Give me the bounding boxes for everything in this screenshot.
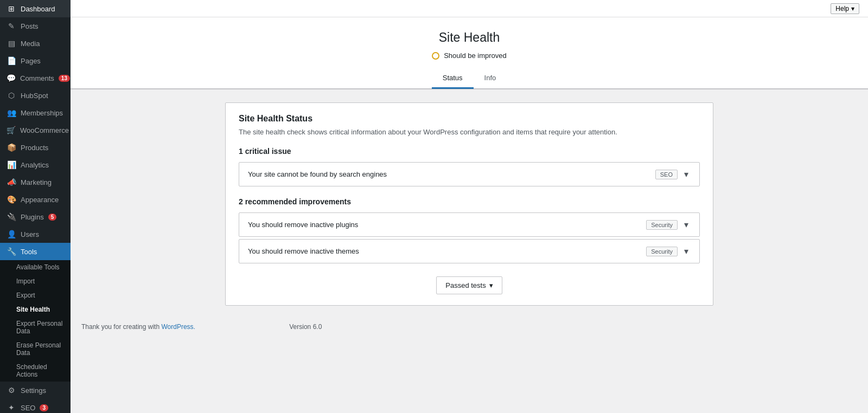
sidebar-item-pages[interactable]: 📄 Pages (0, 52, 71, 69)
header-section: Site Health Should be improved Status In… (71, 17, 868, 89)
passed-tests-button[interactable]: Passed tests ▾ (436, 276, 502, 294)
sidebar-item-analytics[interactable]: 📊 Analytics (0, 156, 71, 173)
tab-info[interactable]: Info (474, 68, 507, 89)
sub-item-export-personal-data[interactable]: Export Personal Data (0, 317, 71, 338)
appearance-icon: 🎨 (7, 195, 16, 204)
sidebar-item-memberships[interactable]: 👥 Memberships (0, 104, 71, 121)
card-description: The site health check shows critical inf… (239, 128, 700, 136)
recommended-issue-1: You should remove inactive plugins Secur… (239, 212, 700, 237)
critical-issue-right: SEO ▾ (655, 169, 691, 179)
comments-badge: 13 (59, 75, 70, 82)
recommended-issue-2-expand-button[interactable]: ▾ (682, 246, 691, 256)
critical-issue-expand-button[interactable]: ▾ (682, 169, 691, 179)
sub-item-import[interactable]: Import (0, 274, 71, 288)
memberships-icon: 👥 (7, 108, 16, 117)
sidebar-item-comments[interactable]: 💬 Comments 13 (0, 69, 71, 87)
recommended-issue-1-tag: Security (646, 220, 678, 230)
passed-tests-section: Passed tests ▾ (239, 276, 700, 294)
sidebar-item-appearance[interactable]: 🎨 Appearance (0, 191, 71, 208)
posts-icon: ✎ (7, 22, 16, 30)
help-arrow-icon: ▾ (851, 5, 854, 12)
critical-issue-1: Your site cannot be found by search engi… (239, 162, 700, 186)
recommended-issue-2-tag: Security (646, 247, 678, 256)
tabs: Status Info (71, 68, 868, 89)
help-button[interactable]: Help ▾ (831, 3, 859, 14)
status-circle (432, 52, 439, 60)
sidebar-item-tools[interactable]: 🔧 Tools (0, 243, 71, 260)
sidebar-item-label: Comments (20, 74, 54, 82)
tab-status[interactable]: Status (432, 68, 474, 89)
page-title: Site Health (225, 30, 713, 45)
sidebar-item-media[interactable]: ▤ Media (0, 35, 71, 52)
help-label: Help (835, 5, 849, 12)
sidebar-item-dashboard[interactable]: ⊞ Dashboard (0, 0, 71, 17)
sidebar-item-posts[interactable]: ✎ Posts (0, 17, 71, 35)
tools-icon: 🔧 (7, 247, 16, 256)
sidebar-item-marketing[interactable]: 📣 Marketing (0, 173, 71, 191)
footer-link[interactable]: WordPress. (161, 323, 195, 331)
recommended-section: 2 recommended improvements You should re… (239, 197, 700, 263)
pages-icon: 📄 (7, 56, 16, 65)
footer: Thank you for creating with WordPress. V… (71, 319, 868, 335)
sidebar-item-plugins[interactable]: 🔌 Plugins 5 (0, 208, 71, 225)
recommended-issue-2: You should remove inactive themes Securi… (239, 239, 700, 263)
media-icon: ▤ (7, 39, 16, 48)
topbar: Help ▾ (71, 0, 868, 17)
sub-item-site-health[interactable]: Site Health (0, 302, 71, 317)
critical-issues-heading: 1 critical issue (239, 147, 700, 156)
sidebar-item-label: Appearance (21, 196, 59, 204)
dashboard-icon: ⊞ (7, 4, 16, 13)
recommended-issue-2-right: Security ▾ (646, 246, 691, 256)
seo-icon: ✦ (7, 403, 16, 412)
products-icon: 📦 (7, 143, 16, 152)
analytics-icon: 📊 (7, 160, 16, 169)
sidebar-item-label: Marketing (21, 178, 52, 186)
sidebar-item-label: Analytics (21, 161, 49, 169)
content-wrapper: Site Health Status The site health check… (71, 89, 868, 319)
sub-item-erase-personal-data[interactable]: Erase Personal Data (0, 338, 71, 360)
sidebar-item-label: HubSpot (21, 92, 48, 100)
critical-issue-tag: SEO (655, 170, 678, 179)
settings-icon: ⚙ (7, 386, 16, 395)
recommended-issue-2-text: You should remove inactive themes (248, 247, 359, 255)
passed-tests-arrow-icon: ▾ (489, 281, 493, 289)
recommended-heading: 2 recommended improvements (239, 197, 700, 206)
plugins-icon: 🔌 (7, 212, 16, 221)
seo-badge: 3 (40, 404, 48, 411)
sidebar-item-label: Memberships (21, 109, 63, 117)
sidebar-item-label: WooCommerce (20, 126, 69, 134)
main-content: Help ▾ Site Health Should be improved St… (71, 0, 868, 413)
recommended-issue-1-expand-button[interactable]: ▾ (682, 220, 691, 230)
sidebar-item-label: Pages (21, 57, 41, 65)
sidebar-item-hubspot[interactable]: ⬡ HubSpot (0, 87, 71, 104)
sidebar: ⊞ Dashboard ✎ Posts ▤ Media 📄 Pages 💬 Co… (0, 0, 71, 413)
site-health-card: Site Health Status The site health check… (225, 102, 713, 306)
recommended-issue-1-text: You should remove inactive plugins (248, 221, 358, 229)
marketing-icon: 📣 (7, 178, 16, 186)
sidebar-item-label: Products (21, 144, 48, 152)
sidebar-item-label: Users (21, 230, 39, 238)
sidebar-item-settings[interactable]: ⚙ Settings (0, 382, 71, 399)
sidebar-item-seo[interactable]: ✦ SEO 3 (0, 399, 71, 413)
sidebar-item-products[interactable]: 📦 Products (0, 139, 71, 156)
sub-item-available-tools[interactable]: Available Tools (0, 260, 71, 274)
plugins-badge: 5 (48, 214, 57, 221)
sidebar-item-label: Tools (21, 248, 37, 256)
header-inner: Site Health Should be improved (225, 30, 713, 60)
comments-icon: 💬 (7, 74, 16, 82)
passed-tests-label: Passed tests (445, 281, 486, 289)
woocommerce-icon: 🛒 (7, 126, 16, 134)
sidebar-item-users[interactable]: 👤 Users (0, 225, 71, 243)
sidebar-item-label: Media (21, 40, 40, 48)
sub-item-export[interactable]: Export (0, 288, 71, 302)
sub-item-scheduled-actions[interactable]: Scheduled Actions (0, 360, 71, 382)
sidebar-item-woocommerce[interactable]: 🛒 WooCommerce (0, 121, 71, 139)
recommended-issue-1-right: Security ▾ (646, 220, 691, 230)
sidebar-item-label: Posts (21, 22, 39, 30)
sidebar-item-label: Settings (21, 386, 46, 395)
card-title: Site Health Status (239, 114, 700, 124)
status-text: Should be improved (444, 51, 507, 60)
sidebar-item-label: SEO (21, 404, 35, 412)
sidebar-item-label: Plugins (21, 213, 44, 221)
tools-submenu: Available Tools Import Export Site Healt… (0, 260, 71, 382)
